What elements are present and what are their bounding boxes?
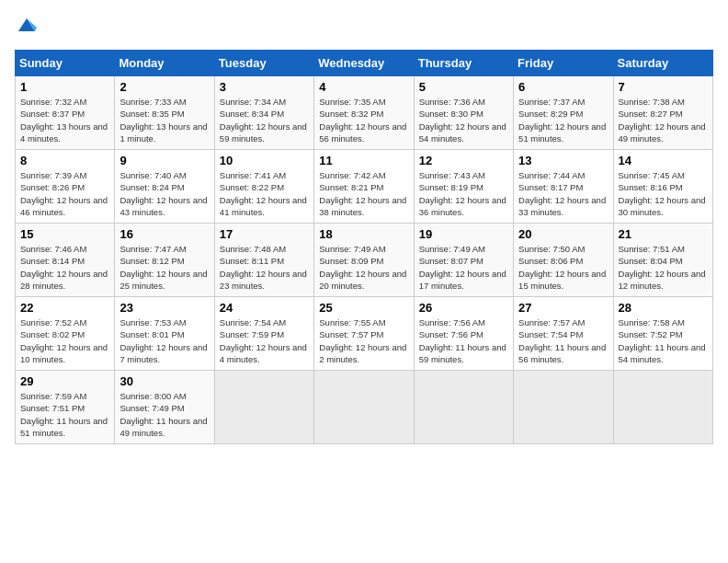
day-number: 2 bbox=[119, 80, 209, 94]
empty-cell bbox=[613, 371, 712, 444]
day-info: Sunrise: 7:49 AM Sunset: 8:09 PM Dayligh… bbox=[319, 243, 408, 292]
calendar-day-cell: 22 Sunrise: 7:52 AM Sunset: 8:02 PM Dayl… bbox=[16, 297, 115, 371]
day-info: Sunrise: 7:55 AM Sunset: 7:57 PM Dayligh… bbox=[319, 316, 408, 365]
calendar-day-cell: 14 Sunrise: 7:45 AM Sunset: 8:16 PM Dayl… bbox=[613, 150, 712, 224]
day-info: Sunrise: 7:37 AM Sunset: 8:29 PM Dayligh… bbox=[518, 96, 608, 144]
day-number: 30 bbox=[119, 374, 209, 388]
calendar-day-cell: 8 Sunrise: 7:39 AM Sunset: 8:26 PM Dayli… bbox=[16, 150, 115, 224]
calendar-table: SundayMondayTuesdayWednesdayThursdayFrid… bbox=[15, 50, 713, 444]
day-number: 13 bbox=[518, 154, 608, 167]
calendar-week-row: 1 Sunrise: 7:32 AM Sunset: 8:37 PM Dayli… bbox=[16, 76, 713, 150]
day-info: Sunrise: 7:56 AM Sunset: 7:56 PM Dayligh… bbox=[419, 316, 508, 365]
day-number: 17 bbox=[220, 227, 309, 241]
calendar-week-row: 8 Sunrise: 7:39 AM Sunset: 8:26 PM Dayli… bbox=[16, 150, 713, 224]
day-info: Sunrise: 7:57 AM Sunset: 7:54 PM Dayligh… bbox=[518, 316, 608, 365]
empty-cell bbox=[214, 371, 313, 444]
day-info: Sunrise: 7:44 AM Sunset: 8:17 PM Dayligh… bbox=[518, 169, 608, 218]
day-info: Sunrise: 7:59 AM Sunset: 7:51 PM Dayligh… bbox=[20, 390, 109, 439]
calendar-day-cell: 4 Sunrise: 7:35 AM Sunset: 8:32 PM Dayli… bbox=[314, 76, 414, 150]
calendar-day-cell: 6 Sunrise: 7:37 AM Sunset: 8:29 PM Dayli… bbox=[514, 76, 613, 150]
calendar-day-cell: 1 Sunrise: 7:32 AM Sunset: 8:37 PM Dayli… bbox=[16, 76, 115, 150]
day-number: 22 bbox=[20, 301, 109, 315]
calendar-week-row: 15 Sunrise: 7:46 AM Sunset: 8:14 PM Dayl… bbox=[16, 224, 713, 297]
calendar-day-cell: 24 Sunrise: 7:54 AM Sunset: 7:59 PM Dayl… bbox=[214, 297, 313, 371]
day-number: 24 bbox=[220, 301, 309, 315]
day-number: 25 bbox=[319, 301, 408, 315]
calendar-day-cell: 12 Sunrise: 7:43 AM Sunset: 8:19 PM Dayl… bbox=[414, 150, 513, 224]
day-info: Sunrise: 7:33 AM Sunset: 8:35 PM Dayligh… bbox=[119, 96, 209, 144]
calendar-day-cell: 25 Sunrise: 7:55 AM Sunset: 7:57 PM Dayl… bbox=[314, 297, 414, 371]
calendar-day-cell: 16 Sunrise: 7:47 AM Sunset: 8:12 PM Dayl… bbox=[115, 224, 214, 297]
empty-cell bbox=[314, 371, 414, 444]
calendar-day-cell: 26 Sunrise: 7:56 AM Sunset: 7:56 PM Dayl… bbox=[414, 297, 513, 371]
empty-cell bbox=[514, 371, 613, 444]
calendar-day-cell: 20 Sunrise: 7:50 AM Sunset: 8:06 PM Dayl… bbox=[514, 224, 613, 297]
day-number: 5 bbox=[419, 80, 508, 94]
calendar-day-cell: 29 Sunrise: 7:59 AM Sunset: 7:51 PM Dayl… bbox=[16, 371, 115, 444]
day-info: Sunrise: 7:36 AM Sunset: 8:30 PM Dayligh… bbox=[419, 96, 508, 144]
column-header-sunday: Sunday bbox=[16, 51, 115, 76]
day-info: Sunrise: 7:43 AM Sunset: 8:19 PM Dayligh… bbox=[419, 169, 508, 218]
calendar-day-cell: 7 Sunrise: 7:38 AM Sunset: 8:27 PM Dayli… bbox=[613, 76, 712, 150]
column-header-thursday: Thursday bbox=[414, 51, 513, 76]
column-header-wednesday: Wednesday bbox=[314, 51, 414, 76]
calendar-day-cell: 11 Sunrise: 7:42 AM Sunset: 8:21 PM Dayl… bbox=[314, 150, 414, 224]
day-number: 6 bbox=[518, 80, 608, 94]
day-number: 7 bbox=[619, 80, 708, 94]
calendar-day-cell: 27 Sunrise: 7:57 AM Sunset: 7:54 PM Dayl… bbox=[514, 297, 613, 371]
calendar-day-cell: 9 Sunrise: 7:40 AM Sunset: 8:24 PM Dayli… bbox=[115, 150, 214, 224]
day-number: 12 bbox=[419, 154, 508, 167]
day-info: Sunrise: 7:35 AM Sunset: 8:32 PM Dayligh… bbox=[319, 96, 408, 144]
day-info: Sunrise: 7:54 AM Sunset: 7:59 PM Dayligh… bbox=[220, 316, 309, 365]
logo-icon bbox=[17, 15, 37, 35]
empty-cell bbox=[414, 371, 513, 444]
day-info: Sunrise: 7:46 AM Sunset: 8:14 PM Dayligh… bbox=[20, 243, 109, 292]
day-info: Sunrise: 7:40 AM Sunset: 8:24 PM Dayligh… bbox=[119, 169, 209, 218]
day-number: 19 bbox=[419, 227, 508, 241]
day-number: 26 bbox=[419, 301, 508, 315]
day-info: Sunrise: 7:41 AM Sunset: 8:22 PM Dayligh… bbox=[220, 169, 309, 218]
day-info: Sunrise: 7:58 AM Sunset: 7:52 PM Dayligh… bbox=[619, 316, 708, 365]
column-header-monday: Monday bbox=[115, 51, 214, 76]
day-number: 10 bbox=[220, 154, 309, 167]
calendar-day-cell: 5 Sunrise: 7:36 AM Sunset: 8:30 PM Dayli… bbox=[414, 76, 513, 150]
day-number: 28 bbox=[619, 301, 708, 315]
calendar-day-cell: 30 Sunrise: 8:00 AM Sunset: 7:49 PM Dayl… bbox=[115, 371, 214, 444]
day-info: Sunrise: 7:32 AM Sunset: 8:37 PM Dayligh… bbox=[20, 96, 109, 144]
column-header-tuesday: Tuesday bbox=[214, 51, 313, 76]
day-number: 8 bbox=[20, 154, 109, 167]
day-number: 11 bbox=[319, 154, 408, 167]
day-number: 20 bbox=[518, 227, 608, 241]
day-info: Sunrise: 7:51 AM Sunset: 8:04 PM Dayligh… bbox=[619, 243, 708, 292]
day-info: Sunrise: 7:45 AM Sunset: 8:16 PM Dayligh… bbox=[619, 169, 708, 218]
day-number: 27 bbox=[518, 301, 608, 315]
day-number: 4 bbox=[319, 80, 408, 94]
column-header-saturday: Saturday bbox=[613, 51, 712, 76]
day-number: 23 bbox=[119, 301, 209, 315]
day-info: Sunrise: 7:52 AM Sunset: 8:02 PM Dayligh… bbox=[20, 316, 109, 365]
day-info: Sunrise: 7:48 AM Sunset: 8:11 PM Dayligh… bbox=[220, 243, 309, 292]
day-info: Sunrise: 7:50 AM Sunset: 8:06 PM Dayligh… bbox=[518, 243, 608, 292]
calendar-day-cell: 2 Sunrise: 7:33 AM Sunset: 8:35 PM Dayli… bbox=[115, 76, 214, 150]
calendar-week-row: 29 Sunrise: 7:59 AM Sunset: 7:51 PM Dayl… bbox=[16, 371, 713, 444]
day-number: 14 bbox=[619, 154, 708, 167]
day-number: 18 bbox=[319, 227, 408, 241]
calendar-day-cell: 13 Sunrise: 7:44 AM Sunset: 8:17 PM Dayl… bbox=[514, 150, 613, 224]
day-info: Sunrise: 7:49 AM Sunset: 8:07 PM Dayligh… bbox=[419, 243, 508, 292]
calendar-header-row: SundayMondayTuesdayWednesdayThursdayFrid… bbox=[16, 51, 713, 76]
day-info: Sunrise: 7:47 AM Sunset: 8:12 PM Dayligh… bbox=[119, 243, 209, 292]
day-number: 16 bbox=[119, 227, 209, 241]
day-info: Sunrise: 7:34 AM Sunset: 8:34 PM Dayligh… bbox=[220, 96, 309, 144]
day-number: 15 bbox=[20, 227, 109, 241]
calendar-day-cell: 28 Sunrise: 7:58 AM Sunset: 7:52 PM Dayl… bbox=[613, 297, 712, 371]
calendar-day-cell: 19 Sunrise: 7:49 AM Sunset: 8:07 PM Dayl… bbox=[414, 224, 513, 297]
calendar-day-cell: 17 Sunrise: 7:48 AM Sunset: 8:11 PM Dayl… bbox=[214, 224, 313, 297]
day-info: Sunrise: 7:38 AM Sunset: 8:27 PM Dayligh… bbox=[619, 96, 708, 144]
calendar-day-cell: 10 Sunrise: 7:41 AM Sunset: 8:22 PM Dayl… bbox=[214, 150, 313, 224]
day-number: 21 bbox=[619, 227, 708, 241]
logo bbox=[15, 15, 37, 39]
day-info: Sunrise: 7:42 AM Sunset: 8:21 PM Dayligh… bbox=[319, 169, 408, 218]
calendar-day-cell: 15 Sunrise: 7:46 AM Sunset: 8:14 PM Dayl… bbox=[16, 224, 115, 297]
day-info: Sunrise: 7:39 AM Sunset: 8:26 PM Dayligh… bbox=[20, 169, 109, 218]
day-number: 3 bbox=[220, 80, 309, 94]
